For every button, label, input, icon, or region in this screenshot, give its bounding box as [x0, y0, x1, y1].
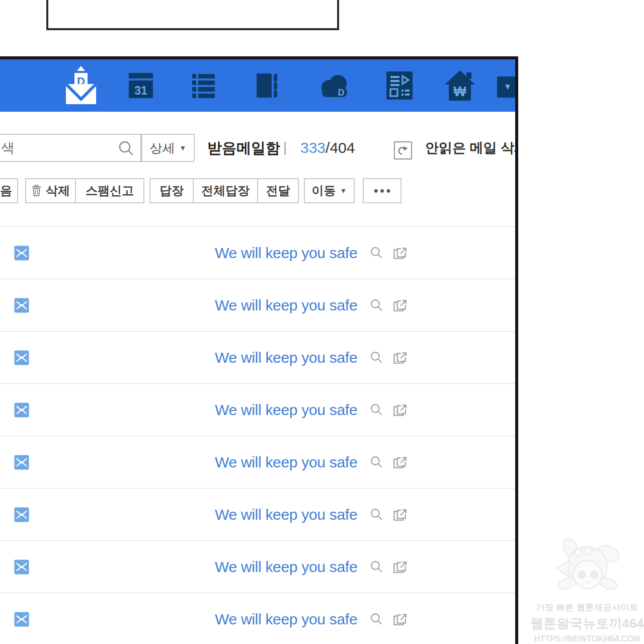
search-icon	[118, 140, 134, 158]
mail-count: 333/404	[300, 134, 355, 162]
mail-row: We will keep you safe	[0, 436, 515, 488]
svg-text:₩: ₩	[453, 84, 466, 99]
caret-down-icon: ▼	[504, 82, 512, 92]
mail-subject-link[interactable]: We will keep you safe	[215, 558, 357, 576]
svg-text:D: D	[338, 88, 345, 98]
unread-mail-icon	[14, 507, 29, 522]
svg-text:31: 31	[134, 84, 147, 97]
unread-mail-icon	[14, 246, 29, 261]
open-new-window-icon[interactable]	[392, 612, 407, 627]
cloud-icon[interactable]: D	[318, 74, 351, 99]
open-new-window-icon[interactable]	[392, 559, 407, 575]
mail-row: We will keep you safe	[0, 279, 515, 331]
watermark-site-name: 웹툰왕국뉴토끼464	[530, 615, 644, 632]
open-new-window-icon[interactable]	[392, 246, 407, 261]
caret-down-icon: ▼	[340, 187, 347, 195]
watermark-tagline: 가장 빠른 웹툰제공사이트	[530, 602, 644, 613]
mail-subject-link[interactable]: We will keep you safe	[215, 245, 357, 262]
calendar-icon[interactable]: 31	[127, 71, 155, 100]
reply-button[interactable]: 답장	[150, 179, 193, 202]
quick-view-icon[interactable]	[370, 560, 383, 574]
mail-row: We will keep you safe	[0, 331, 515, 383]
mark-unread-button[interactable]: 안읽음	[0, 178, 18, 203]
quick-view-icon[interactable]	[370, 508, 383, 521]
quick-view-icon[interactable]	[370, 351, 383, 364]
count-divider: |	[283, 134, 287, 162]
watermark-url: HTTPS://NEWTOKI464.COM	[530, 634, 644, 643]
daum-mail-icon[interactable]: D	[64, 66, 98, 105]
refresh-button[interactable]	[394, 141, 412, 159]
media-board-icon[interactable]	[385, 70, 414, 101]
mail-row: We will keep you safe	[0, 226, 515, 279]
quick-view-icon[interactable]	[370, 455, 383, 469]
app-header: D 31	[0, 59, 515, 112]
open-new-window-icon[interactable]	[392, 403, 407, 418]
mail-subject-link[interactable]: We will keep you safe	[215, 506, 357, 523]
mail-subject-link[interactable]: We will keep you safe	[215, 297, 357, 314]
more-actions-button[interactable]: •••	[363, 178, 401, 203]
quick-view-icon[interactable]	[370, 298, 383, 312]
search-input-value: 검색	[0, 139, 15, 157]
site-watermark: 가장 빠른 웹툰제공사이트 웹툰왕국뉴토끼464 HTTPS://NEWTOKI…	[530, 537, 644, 643]
detail-search-button[interactable]: 상세 ▼	[141, 134, 195, 162]
refresh-icon	[396, 144, 410, 157]
speech-bubble	[46, 0, 339, 30]
search-input[interactable]: 검색	[0, 134, 141, 162]
trash-icon	[31, 185, 42, 197]
reply-all-button[interactable]: 전체답장	[193, 179, 257, 202]
report-spam-button[interactable]: 스팸신고	[75, 179, 143, 202]
forward-button[interactable]: 전달	[257, 179, 298, 202]
mail-row: We will keep you safe	[0, 540, 515, 593]
unread-mail-icon	[14, 403, 29, 418]
quick-view-icon[interactable]	[370, 612, 383, 626]
folder-title: 받음메일함	[207, 134, 280, 162]
mail-subject-link[interactable]: We will keep you safe	[215, 611, 357, 628]
delete-button[interactable]: 삭제	[26, 179, 75, 202]
unread-count: 333	[300, 139, 326, 156]
delete-unread-mail-action[interactable]: 안읽은 메일 삭제	[425, 134, 518, 162]
delete-button-group: 삭제 스팸신고	[25, 178, 144, 203]
open-new-window-icon[interactable]	[392, 455, 407, 470]
address-book-icon[interactable]	[253, 71, 281, 100]
mail-subject-link[interactable]: We will keep you safe	[215, 349, 357, 366]
open-new-window-icon[interactable]	[392, 507, 407, 522]
mail-row: We will keep you safe	[0, 383, 515, 436]
finance-home-icon[interactable]: ₩	[444, 69, 476, 102]
task-list-icon[interactable]	[189, 71, 217, 100]
mail-subject-link[interactable]: We will keep you safe	[215, 454, 357, 471]
quick-view-icon[interactable]	[370, 246, 383, 260]
unread-mail-icon	[14, 559, 29, 575]
mail-row: We will keep you safe	[0, 593, 515, 644]
unread-mail-icon	[14, 612, 29, 627]
quick-view-icon[interactable]	[370, 403, 383, 417]
unread-mail-icon	[14, 298, 29, 313]
unread-mail-icon	[14, 455, 29, 470]
open-new-window-icon[interactable]	[392, 298, 407, 313]
move-button[interactable]: 이동 ▼	[304, 178, 355, 203]
caret-down-icon: ▼	[180, 144, 187, 152]
reply-button-group: 답장 전체답장 전달	[149, 178, 299, 203]
total-count: /404	[326, 139, 355, 156]
watermark-mascot	[544, 537, 630, 602]
unread-mail-icon	[14, 350, 29, 365]
mail-list: We will keep you safe	[0, 226, 515, 644]
mail-row: We will keep you safe	[0, 488, 515, 540]
mail-subject-link[interactable]: We will keep you safe	[215, 401, 357, 419]
open-new-window-icon[interactable]	[392, 350, 407, 365]
webtoon-page: D 31	[0, 0, 644, 644]
apps-dropdown-icon[interactable]: ▼	[497, 76, 518, 98]
mail-app-panel: D 31	[0, 56, 518, 644]
